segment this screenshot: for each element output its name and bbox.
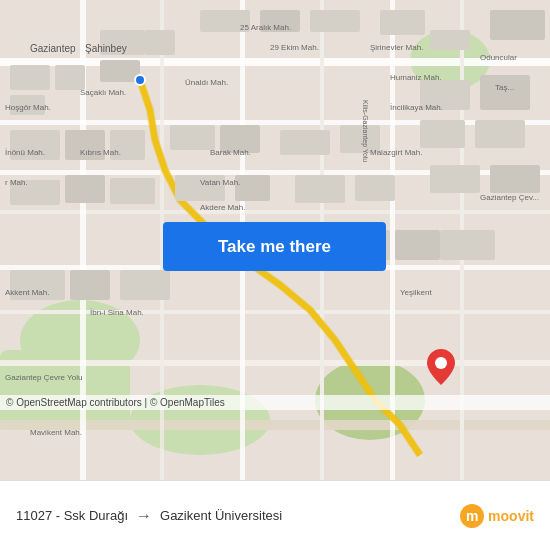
svg-point-84 <box>135 75 145 85</box>
svg-text:Humaniz Mah.: Humaniz Mah. <box>390 73 442 82</box>
svg-rect-53 <box>70 270 110 300</box>
moovit-text: moovit <box>488 508 534 524</box>
svg-rect-56 <box>395 230 440 260</box>
svg-rect-29 <box>380 10 425 35</box>
svg-rect-54 <box>120 270 170 300</box>
svg-text:Barak Mah.: Barak Mah. <box>210 148 251 157</box>
moovit-logo: m moovit <box>460 504 534 528</box>
svg-text:Saçaklı Mah.: Saçaklı Mah. <box>80 88 126 97</box>
svg-text:Şahinbey: Şahinbey <box>85 43 127 54</box>
svg-rect-41 <box>420 120 465 148</box>
osm-credit: © OpenStreetMap contributors | © OpenMap… <box>0 395 550 410</box>
svg-text:İncilikaya Mah.: İncilikaya Mah. <box>390 103 443 112</box>
svg-rect-31 <box>490 10 545 40</box>
svg-rect-49 <box>355 175 395 201</box>
svg-rect-50 <box>430 165 480 193</box>
svg-rect-28 <box>310 10 360 32</box>
route-from: 11027 - Ssk Durağı <box>16 508 128 523</box>
svg-text:Gaziantep Çevre Yolu: Gaziantep Çevre Yolu <box>5 373 82 382</box>
svg-rect-20 <box>10 65 50 90</box>
svg-text:Oduncular: Oduncular <box>480 53 517 62</box>
svg-text:İnönü Mah.: İnönü Mah. <box>5 148 45 157</box>
svg-text:r Mah.: r Mah. <box>5 178 28 187</box>
svg-rect-24 <box>100 60 140 82</box>
svg-rect-37 <box>280 130 330 155</box>
svg-text:Hoşgör Mah.: Hoşgör Mah. <box>5 103 51 112</box>
svg-text:Ünaldı Mah.: Ünaldı Mah. <box>185 78 228 87</box>
bottom-bar: 11027 - Ssk Durağı → Gazikent Üniversite… <box>0 480 550 550</box>
svg-text:Gaziantep Çev...: Gaziantep Çev... <box>480 193 539 202</box>
route-to: Gazikent Üniversitesi <box>160 508 282 523</box>
svg-rect-30 <box>430 30 470 50</box>
svg-rect-40 <box>480 75 530 110</box>
svg-text:Vatan Mah.: Vatan Mah. <box>200 178 240 187</box>
svg-text:Mavikent Mah.: Mavikent Mah. <box>30 428 82 437</box>
svg-rect-25 <box>145 30 175 55</box>
svg-text:Gaziantep: Gaziantep <box>30 43 76 54</box>
svg-text:25 Aralık Mah.: 25 Aralık Mah. <box>240 23 291 32</box>
svg-rect-42 <box>475 120 525 148</box>
svg-text:Taş...: Taş... <box>495 83 514 92</box>
svg-rect-57 <box>440 230 495 260</box>
svg-text:Yeşilkent: Yeşilkent <box>400 288 433 297</box>
moovit-circle-icon: m <box>460 504 484 528</box>
take-me-there-button[interactable]: Take me there <box>163 222 386 271</box>
svg-rect-44 <box>65 175 105 203</box>
svg-text:Malazgirt Mah.: Malazgirt Mah. <box>370 148 422 157</box>
svg-text:Şirinevler Mah.: Şirinevler Mah. <box>370 43 423 52</box>
svg-text:Akkent Mah.: Akkent Mah. <box>5 288 49 297</box>
map-container: Gaziantep Şahinbey Hoşgör Mah. Saçaklı M… <box>0 0 550 480</box>
svg-text:Akdere Mah.: Akdere Mah. <box>200 203 245 212</box>
svg-text:Kıbrıs Mah.: Kıbrıs Mah. <box>80 148 121 157</box>
route-arrow: → <box>136 507 152 525</box>
svg-text:29 Ekim Mah.: 29 Ekim Mah. <box>270 43 319 52</box>
svg-rect-48 <box>295 175 345 203</box>
route-info: 11027 - Ssk Durağı → Gazikent Üniversite… <box>16 507 460 525</box>
svg-text:İbn-i Sina Mah.: İbn-i Sina Mah. <box>90 308 144 317</box>
svg-point-85 <box>435 357 447 369</box>
svg-rect-35 <box>170 125 215 150</box>
svg-text:Kilis-Gaziantep Yolu: Kilis-Gaziantep Yolu <box>361 100 369 162</box>
svg-rect-21 <box>55 65 85 90</box>
svg-rect-45 <box>110 178 155 204</box>
svg-rect-51 <box>490 165 540 193</box>
destination-pin <box>427 349 455 385</box>
